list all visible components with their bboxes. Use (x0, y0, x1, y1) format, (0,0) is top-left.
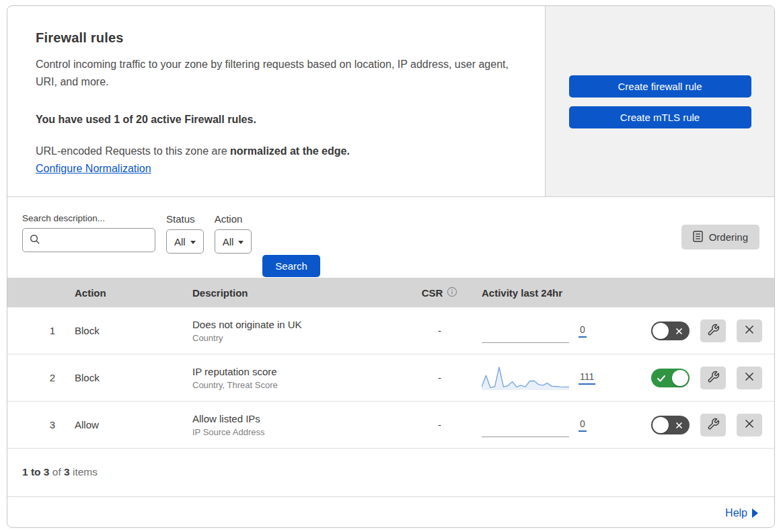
header-actions-panel: Create firewall rule Create mTLS rule (545, 6, 774, 196)
edit-rule-button[interactable] (700, 367, 726, 389)
activity-sparkline-chart (482, 366, 569, 390)
firewall-rules-panel: Firewall rules Control incoming traffic … (7, 5, 775, 528)
toggle-knob (653, 417, 669, 433)
rule-action: Allow (75, 419, 192, 430)
search-icon (30, 234, 40, 248)
activity-sparkline-flat (482, 413, 569, 437)
help-link-label: Help (725, 507, 747, 519)
ordering-button-label: Ordering (709, 231, 748, 243)
action-label: Action (215, 213, 252, 225)
action-select-value: All (223, 236, 234, 248)
close-icon (743, 324, 755, 338)
rule-description: Does not originate in UK (192, 319, 408, 330)
close-icon (743, 418, 755, 432)
status-label: Status (166, 213, 204, 225)
rule-enabled-toggle[interactable] (651, 369, 690, 387)
status-filter-group: Status All (166, 213, 204, 254)
toggle-knob (653, 323, 669, 339)
rule-activity-cell: 0 (472, 319, 626, 343)
rule-activity-cell: 111 (472, 366, 626, 390)
create-firewall-rule-button[interactable]: Create firewall rule (569, 75, 751, 98)
chevron-down-icon (190, 241, 196, 244)
status-select-value: All (174, 236, 186, 248)
rule-enabled-toggle[interactable] (651, 416, 690, 434)
search-label: Search description... (22, 213, 155, 223)
rule-activity-cell: 0 (472, 413, 626, 437)
rule-enabled-toggle[interactable] (651, 321, 690, 340)
normalization-note-bold: normalized at the edge. (230, 145, 350, 157)
delete-rule-button[interactable] (737, 367, 762, 389)
rule-criteria: Country, Threat Score (192, 380, 408, 390)
rule-controls (626, 319, 774, 342)
search-box (22, 228, 155, 252)
wrench-icon (707, 324, 720, 338)
configure-normalization-link[interactable]: Configure Normalization (36, 163, 151, 175)
rule-description: Allow listed IPs (192, 413, 408, 424)
chevron-down-icon (238, 241, 244, 244)
edit-rule-button[interactable] (700, 414, 726, 436)
rule-priority: 1 (7, 325, 75, 336)
search-input[interactable] (22, 228, 155, 252)
page-description: Control incoming traffic to your zone by… (36, 56, 517, 91)
wrench-icon (707, 418, 720, 432)
page-title: Firewall rules (36, 30, 517, 46)
items-total: 3 (64, 466, 70, 478)
rule-priority: 3 (7, 419, 75, 430)
rule-controls (626, 367, 774, 389)
help-arrow-icon (752, 508, 758, 518)
rule-action: Block (75, 325, 192, 336)
info-icon[interactable] (447, 287, 457, 299)
rule-description-cell: Allow listed IPs IP Source Address (192, 413, 408, 437)
toggle-on-check-icon (657, 373, 666, 385)
activity-sparkline-flat (482, 319, 569, 343)
ordering-list-icon (693, 231, 703, 244)
activity-count-link[interactable]: 0 (579, 418, 587, 432)
delete-rule-button[interactable] (737, 414, 762, 436)
rule-csr-value: - (408, 325, 472, 336)
rule-description: IP reputation score (192, 366, 408, 377)
normalization-note-prefix: URL-encoded Requests to this zone are (36, 145, 230, 157)
rule-action: Block (75, 372, 192, 383)
toggle-knob (672, 370, 688, 386)
column-header-activity: Activity last 24hr (472, 287, 626, 299)
help-link[interactable]: Help (725, 507, 758, 519)
toggle-off-x-icon (675, 420, 683, 432)
close-icon (743, 371, 755, 385)
column-header-description: Description (192, 287, 408, 299)
table-header: Action Description CSR Activity last 24h… (7, 278, 774, 307)
header-text-block: Firewall rules Control incoming traffic … (7, 6, 545, 196)
activity-count-link[interactable]: 0 (579, 324, 587, 338)
pagination-summary: 1 to 3 of 3 items (7, 449, 774, 496)
rule-description-cell: IP reputation score Country, Threat Scor… (192, 366, 408, 390)
column-header-action: Action (75, 287, 192, 299)
rule-csr-value: - (408, 419, 472, 430)
search-button[interactable]: Search (262, 255, 320, 277)
wrench-icon (707, 371, 720, 385)
usage-summary: You have used 1 of 20 active Firewall ru… (36, 114, 517, 126)
header-section: Firewall rules Control incoming traffic … (7, 6, 774, 197)
rule-criteria: IP Source Address (192, 427, 408, 437)
items-range: 1 to 3 (22, 466, 49, 478)
action-filter-group: Action All (215, 213, 252, 254)
ordering-button[interactable]: Ordering (681, 225, 759, 250)
create-mtls-rule-button[interactable]: Create mTLS rule (569, 106, 751, 128)
action-select[interactable]: All (215, 229, 252, 254)
help-row: Help (7, 496, 774, 528)
toggle-off-x-icon (675, 326, 683, 338)
search-group: Search description... (22, 213, 155, 252)
filter-bar: Search description... Status All Action … (7, 197, 774, 278)
column-header-csr: CSR (408, 287, 472, 299)
rule-controls (626, 414, 774, 436)
normalization-note: URL-encoded Requests to this zone are no… (36, 145, 517, 157)
table-row: 1 Block Does not originate in UK Country… (7, 307, 774, 354)
table-row: 2 Block IP reputation score Country, Thr… (7, 354, 774, 402)
table-row: 3 Allow Allow listed IPs IP Source Addre… (7, 402, 774, 449)
rule-description-cell: Does not originate in UK Country (192, 319, 408, 343)
rule-priority: 2 (7, 372, 75, 383)
delete-rule-button[interactable] (737, 319, 762, 342)
csr-header-label: CSR (422, 287, 443, 299)
rule-csr-value: - (408, 372, 472, 383)
edit-rule-button[interactable] (700, 319, 726, 342)
activity-count-link[interactable]: 111 (579, 371, 595, 385)
status-select[interactable]: All (166, 229, 204, 254)
